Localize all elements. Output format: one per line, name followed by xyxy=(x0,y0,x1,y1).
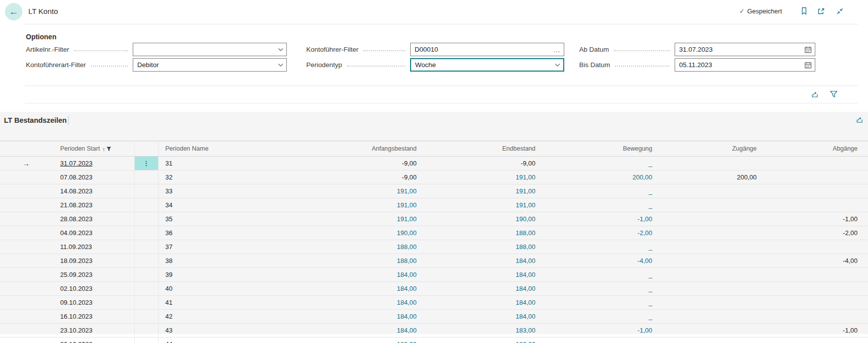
cell-periode-start[interactable]: 02.10.2023 xyxy=(52,282,134,296)
table-row[interactable]: 04.09.202336190,00188,00-2,00-2,00 xyxy=(0,226,868,240)
cell-bewegung[interactable]: _ xyxy=(541,184,658,198)
cell-abgaenge[interactable] xyxy=(763,338,868,343)
cell-abgaenge[interactable] xyxy=(763,268,868,282)
col-header-bewegung[interactable]: Bewegung xyxy=(541,141,658,157)
cell-zugaenge[interactable] xyxy=(658,198,763,212)
cell-periode-start[interactable]: 31.07.2023 xyxy=(52,157,134,171)
col-header-endbestand[interactable]: Endbestand xyxy=(423,141,541,157)
chevron-down-icon[interactable] xyxy=(555,63,560,67)
cell-endbestand[interactable]: 183,00 xyxy=(423,324,541,338)
cell-anfangsbestand[interactable]: 191,00 xyxy=(318,198,423,212)
cell-periode-start[interactable]: 11.09.2023 xyxy=(52,240,134,254)
cell-bewegung[interactable]: -2,00 xyxy=(541,226,658,240)
table-row[interactable]: 18.09.202338188,00184,00-4,00-4,00 xyxy=(0,254,868,268)
cell-abgaenge[interactable] xyxy=(763,184,868,198)
cell-anfangsbestand[interactable]: 184,00 xyxy=(318,310,423,324)
col-header-periode-start[interactable]: Perioden Start↑ xyxy=(52,141,134,157)
cell-periode-name[interactable]: 43 xyxy=(158,324,318,338)
list-share-icon[interactable] xyxy=(856,116,867,127)
share-icon[interactable] xyxy=(809,88,820,99)
cell-endbestand[interactable]: 191,00 xyxy=(423,184,541,198)
cell-zugaenge[interactable] xyxy=(658,157,763,171)
cell-periode-start[interactable]: 18.09.2023 xyxy=(52,254,134,268)
cell-anfangsbestand[interactable]: -9,00 xyxy=(318,157,423,171)
table-row[interactable]: 23.10.202343184,00183,00-1,00-1,00 xyxy=(0,324,868,338)
cell-bewegung[interactable]: _ xyxy=(541,310,658,324)
cell-periode-start[interactable]: 04.09.2023 xyxy=(52,226,134,240)
cell-anfangsbestand[interactable]: 188,00 xyxy=(318,240,423,254)
back-button[interactable]: ← xyxy=(5,3,22,20)
cell-abgaenge[interactable] xyxy=(763,310,868,324)
col-header-abgaenge[interactable]: Abgänge xyxy=(763,141,868,157)
cell-endbestand[interactable]: 188,00 xyxy=(423,240,541,254)
table-row[interactable]: 21.08.202334191,00191,00_ xyxy=(0,198,868,212)
table-row[interactable]: 07.08.202332-9,00191,00200,00200,00 xyxy=(0,171,868,184)
cell-periode-name[interactable]: 33 xyxy=(158,184,318,198)
list-part-title[interactable]: LT Bestandszeilen xyxy=(4,116,67,124)
col-header-zugaenge[interactable]: Zugänge xyxy=(658,141,763,157)
cell-periode-start[interactable]: 16.10.2023 xyxy=(52,310,134,324)
cell-anfangsbestand[interactable]: 191,00 xyxy=(318,184,423,198)
table-row[interactable]: 14.08.202333191,00191,00_ xyxy=(0,184,868,198)
cell-abgaenge[interactable]: -4,00 xyxy=(763,254,868,268)
cell-periode-name[interactable]: 38 xyxy=(158,254,318,268)
cell-anfangsbestand[interactable]: 190,00 xyxy=(318,226,423,240)
cell-anfangsbestand[interactable]: 191,00 xyxy=(318,212,423,226)
cell-zugaenge[interactable] xyxy=(658,226,763,240)
filter-pane-icon[interactable] xyxy=(828,88,839,99)
cell-anfangsbestand[interactable]: 184,00 xyxy=(318,282,423,296)
calendar-icon[interactable] xyxy=(804,46,812,53)
table-row[interactable]: 30.10.202344183,00183,00_ xyxy=(0,338,868,343)
bookmark-icon[interactable] xyxy=(799,6,809,16)
cell-bewegung[interactable]: _ xyxy=(541,338,658,343)
lookup-ellipsis-icon[interactable]: … xyxy=(553,47,561,52)
table-row[interactable]: 25.09.202339184,00184,00_ xyxy=(0,268,868,282)
cell-periode-start[interactable]: 23.10.2023 xyxy=(52,324,134,338)
cell-bewegung[interactable]: -1,00 xyxy=(541,324,658,338)
cell-periode-name[interactable]: 35 xyxy=(158,212,318,226)
cell-periode-name[interactable]: 39 xyxy=(158,268,318,282)
cell-endbestand[interactable]: 183,00 xyxy=(423,338,541,343)
cell-anfangsbestand[interactable]: 184,00 xyxy=(318,268,423,282)
cell-periode-name[interactable]: 36 xyxy=(158,226,318,240)
cell-abgaenge[interactable]: -1,00 xyxy=(763,212,868,226)
chevron-down-icon[interactable] xyxy=(278,48,283,51)
col-header-periode-name[interactable]: Perioden Name xyxy=(158,141,318,157)
col-header-anfangsbestand[interactable]: Anfangsbestand xyxy=(318,141,423,157)
cell-zugaenge[interactable] xyxy=(658,254,763,268)
table-row[interactable]: 28.08.202335191,00190,00-1,00-1,00 xyxy=(0,212,868,226)
cell-anfangsbestand[interactable]: -9,00 xyxy=(318,171,423,184)
cell-anfangsbestand[interactable]: 184,00 xyxy=(318,324,423,338)
cell-periode-name[interactable]: 31 xyxy=(158,157,318,171)
cell-periode-name[interactable]: 44 xyxy=(158,338,318,343)
cell-periode-name[interactable]: 41 xyxy=(158,296,318,310)
cell-zugaenge[interactable] xyxy=(658,212,763,226)
cell-zugaenge[interactable] xyxy=(658,310,763,324)
chevron-down-icon[interactable] xyxy=(278,63,283,67)
cell-periode-name[interactable]: 37 xyxy=(158,240,318,254)
table-row[interactable]: 11.09.202337188,00188,00_ xyxy=(0,240,868,254)
cell-zugaenge[interactable] xyxy=(658,282,763,296)
row-context-menu-button[interactable]: ⋮ xyxy=(134,157,158,171)
cell-endbestand[interactable]: 184,00 xyxy=(423,268,541,282)
table-row[interactable]: →31.07.2023⋮31-9,00-9,00_ xyxy=(0,157,868,171)
cell-endbestand[interactable]: 184,00 xyxy=(423,282,541,296)
cell-periode-start[interactable]: 09.10.2023 xyxy=(52,296,134,310)
cell-endbestand[interactable]: 191,00 xyxy=(423,171,541,184)
cell-abgaenge[interactable]: -1,00 xyxy=(763,324,868,338)
cell-periode-start[interactable]: 30.10.2023 xyxy=(52,338,134,343)
cell-abgaenge[interactable] xyxy=(763,198,868,212)
cell-anfangsbestand[interactable]: 184,00 xyxy=(318,296,423,310)
cell-anfangsbestand[interactable]: 183,00 xyxy=(318,338,423,343)
cell-zugaenge[interactable] xyxy=(658,184,763,198)
cell-zugaenge[interactable] xyxy=(658,268,763,282)
ab-datum-input[interactable] xyxy=(675,43,815,56)
artikelnr-filter-input[interactable] xyxy=(133,43,286,56)
cell-bewegung[interactable]: 200,00 xyxy=(541,171,658,184)
bis-datum-input[interactable] xyxy=(675,59,815,71)
cell-periode-start[interactable]: 28.08.2023 xyxy=(52,212,134,226)
cell-bewegung[interactable]: _ xyxy=(541,157,658,171)
cell-bewegung[interactable]: _ xyxy=(541,268,658,282)
cell-periode-name[interactable]: 34 xyxy=(158,198,318,212)
cell-abgaenge[interactable] xyxy=(763,240,868,254)
